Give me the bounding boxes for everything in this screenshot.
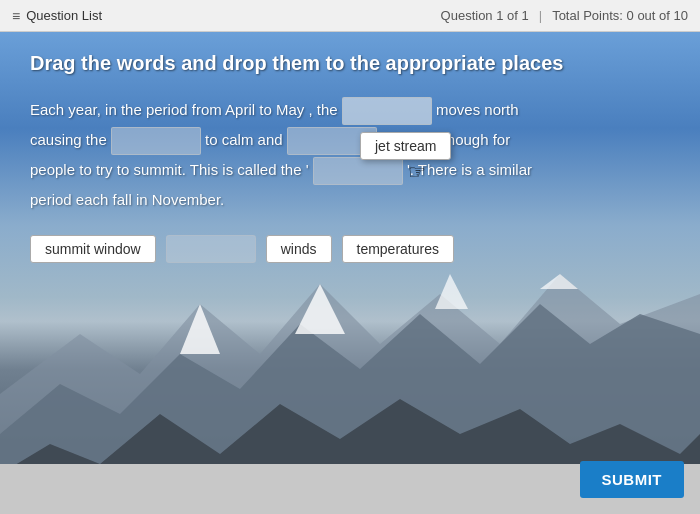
instruction-title: Drag the words and drop them to the appr… (30, 52, 670, 75)
drop-zone-2[interactable] (111, 127, 201, 155)
top-bar: ≡ Question List Question 1 of 1 | Total … (0, 0, 700, 32)
passage-text: Each year, in the period from April to M… (30, 95, 670, 215)
drag-word-summit-window[interactable]: summit window (30, 235, 156, 263)
question-count: Question 1 of 1 (441, 8, 529, 23)
drop-zone-3[interactable] (287, 127, 377, 155)
question-list-button[interactable]: ≡ Question List (12, 8, 102, 24)
drag-words-area: summit window winds temperatures (30, 235, 670, 263)
drag-word-empty[interactable] (166, 235, 256, 263)
question-list-label: Question List (26, 8, 102, 23)
drop-zone-4[interactable] (313, 157, 403, 185)
drag-word-winds[interactable]: winds (266, 235, 332, 263)
list-icon: ≡ (12, 8, 20, 24)
passage-part-1: Each year, in the period from April to M… (30, 101, 342, 118)
top-bar-right: Question 1 of 1 | Total Points: 0 out of… (441, 8, 688, 23)
divider: | (539, 8, 542, 23)
total-points: Total Points: 0 out of 10 (552, 8, 688, 23)
passage-part-3: to calm and (205, 131, 287, 148)
submit-button[interactable]: SUBMIT (580, 461, 685, 498)
drop-zone-1[interactable] (342, 97, 432, 125)
drag-word-temperatures[interactable]: temperatures (342, 235, 454, 263)
content-overlay: Drag the words and drop them to the appr… (0, 32, 700, 514)
main-content: Drag the words and drop them to the appr… (0, 32, 700, 514)
